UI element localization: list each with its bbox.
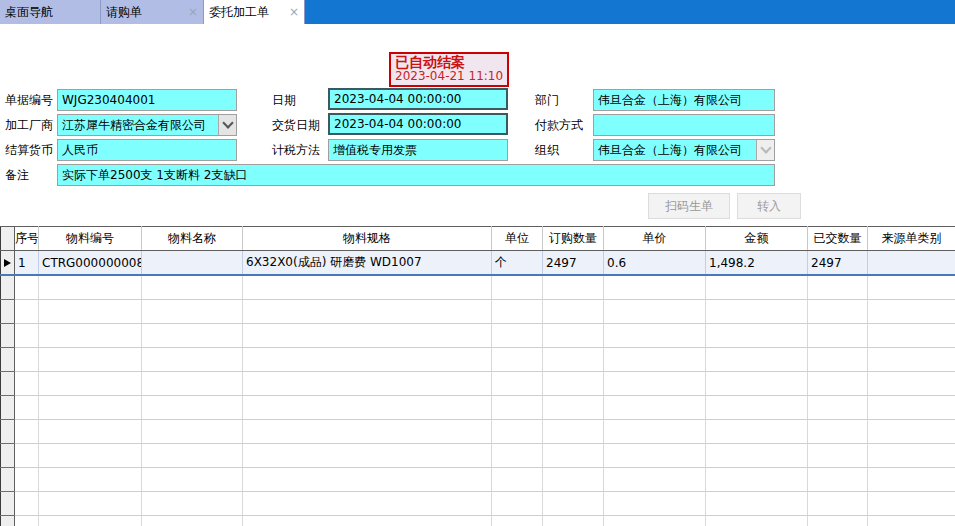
table-cell [15, 492, 39, 516]
table-cell [243, 275, 492, 300]
processor-dropdown[interactable]: 江苏犀牛精密合金有限公司 [57, 114, 237, 136]
tab-outsourced-processing-order[interactable]: 委托加工单 × [204, 0, 305, 24]
row-selector-cell [1, 492, 15, 516]
row-selector-cell [1, 396, 15, 420]
column-header-6[interactable]: 订购数量 [543, 227, 604, 251]
table-cell [706, 468, 808, 492]
table-cell [808, 275, 868, 300]
table-cell [39, 492, 142, 516]
table-cell [142, 300, 243, 324]
table-cell [39, 372, 142, 396]
table-cell [39, 275, 142, 300]
table-cell [492, 300, 543, 324]
doc-no-field[interactable] [57, 89, 237, 111]
table-cell [868, 324, 955, 348]
payment-field[interactable] [593, 114, 775, 136]
table-cell [39, 324, 142, 348]
table-cell [39, 420, 142, 444]
table-cell [706, 444, 808, 468]
table-cell [706, 492, 808, 516]
table-cell [142, 516, 243, 526]
currency-label: 结算货币 [5, 139, 53, 161]
table-cell [868, 516, 955, 526]
table-cell [39, 444, 142, 468]
table-cell [604, 348, 706, 372]
empty-table-row [1, 372, 955, 396]
column-header-10[interactable]: 来源单类别 [868, 227, 955, 251]
table-cell [868, 492, 955, 516]
table-cell [543, 444, 604, 468]
table-cell [39, 516, 142, 526]
row-selector-cell [1, 275, 15, 300]
tab-purchase-request[interactable]: 请购单 × [101, 0, 204, 24]
row-selector-cell [1, 348, 15, 372]
table-cell[interactable]: 个 [492, 251, 543, 276]
table-cell[interactable]: 2497 [808, 251, 868, 276]
table-cell[interactable]: 1,498.2 [706, 251, 808, 276]
column-header-7[interactable]: 单价 [604, 227, 706, 251]
table-cell [604, 324, 706, 348]
table-row[interactable]: 1CTRG0000000086X32X0(成品) 研磨费 WD1007个2497… [1, 251, 955, 276]
table-cell [39, 468, 142, 492]
department-field[interactable] [593, 89, 775, 111]
table-cell [543, 492, 604, 516]
tab-desktop-nav[interactable]: 桌面导航 [0, 0, 101, 24]
table-cell [15, 300, 39, 324]
close-icon[interactable]: × [182, 6, 198, 18]
column-header-3[interactable]: 物料名称 [142, 227, 243, 251]
currency-field[interactable] [57, 139, 237, 161]
remark-field[interactable] [57, 164, 775, 186]
transfer-in-button[interactable]: 转入 [737, 193, 801, 219]
table-cell [868, 300, 955, 324]
table-cell [243, 348, 492, 372]
table-cell[interactable]: 6X32X0(成品) 研磨费 WD1007 [243, 251, 492, 276]
table-cell [543, 348, 604, 372]
table-cell [808, 372, 868, 396]
tab-bar: 桌面导航 请购单 × 委托加工单 × [0, 0, 955, 24]
stamp-datetime: 2023-04-21 11:10 [395, 70, 503, 83]
table-cell[interactable]: 1 [15, 251, 39, 276]
close-icon[interactable]: × [283, 6, 299, 18]
table-cell [39, 348, 142, 372]
column-header-1[interactable]: 序号 [15, 227, 39, 251]
table-cell [706, 372, 808, 396]
table-cell[interactable]: 2497 [543, 251, 604, 276]
department-label: 部门 [535, 89, 559, 111]
delivery-date-field[interactable] [328, 113, 508, 135]
remark-label: 备注 [5, 164, 29, 186]
table-cell [142, 468, 243, 492]
date-field[interactable] [328, 88, 508, 110]
organization-dropdown[interactable]: 伟旦合金（上海）有限公司 [593, 139, 775, 161]
table-cell [243, 396, 492, 420]
table-cell [15, 324, 39, 348]
processor-label: 加工厂商 [5, 114, 53, 136]
column-header-5[interactable]: 单位 [492, 227, 543, 251]
table-cell [706, 275, 808, 300]
column-header-2[interactable]: 物料编号 [39, 227, 142, 251]
scan-generate-button[interactable]: 扫码生单 [648, 193, 730, 219]
table-cell [868, 275, 955, 300]
table-cell[interactable]: CTRG000000008 [39, 251, 142, 276]
table-cell [543, 396, 604, 420]
table-cell[interactable]: 0.6 [604, 251, 706, 276]
table-cell[interactable] [868, 251, 955, 276]
table-cell [142, 492, 243, 516]
table-cell [492, 516, 543, 526]
row-selector-cell[interactable] [1, 251, 15, 276]
table-cell [808, 324, 868, 348]
table-cell [243, 492, 492, 516]
empty-table-row [1, 420, 955, 444]
table-cell[interactable] [142, 251, 243, 276]
tax-method-field[interactable] [328, 139, 508, 161]
column-header-8[interactable]: 金额 [706, 227, 808, 251]
column-header-4[interactable]: 物料规格 [243, 227, 492, 251]
chevron-down-icon[interactable] [218, 115, 236, 135]
tab-label: 请购单 [106, 4, 142, 21]
stamp-status-text: 已自动结案 [395, 55, 503, 70]
row-selector-cell [1, 516, 15, 526]
column-header-9[interactable]: 已交数量 [808, 227, 868, 251]
table-cell [142, 444, 243, 468]
table-cell [142, 275, 243, 300]
table-cell [543, 516, 604, 526]
table-cell [706, 396, 808, 420]
